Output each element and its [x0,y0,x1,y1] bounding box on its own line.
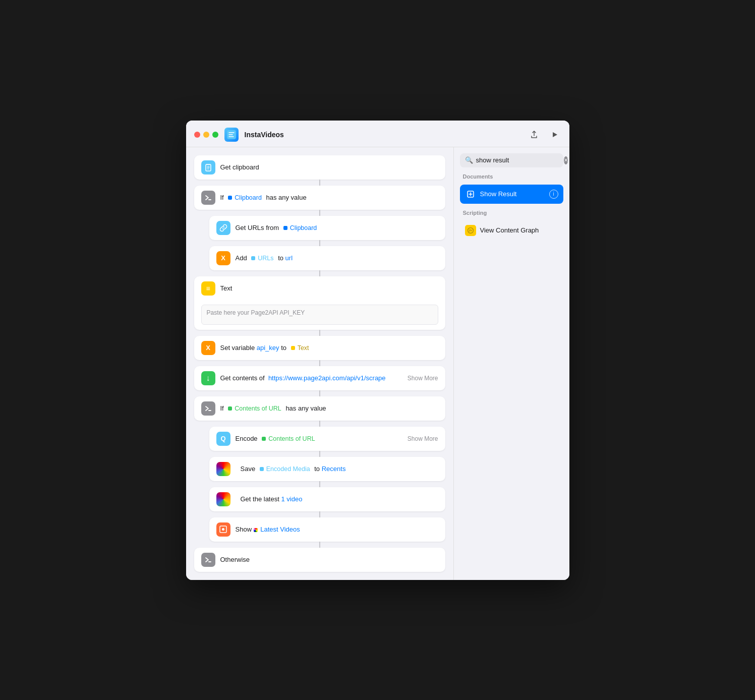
close-button[interactable] [194,132,200,138]
if-icon2 [201,401,215,416]
get-contents-text: Get contents of https://www.page2api.com… [220,374,386,382]
show-text: Show Latest Videos [236,526,300,533]
connector [319,270,320,276]
app-title: InstaVideos [245,131,521,139]
show-more-1[interactable]: Show More [408,375,438,382]
get-latest-text: Get the latest 1 video [241,495,303,503]
view-graph-icon [465,225,476,236]
show-more-2[interactable]: Show More [408,435,438,442]
maximize-button[interactable] [212,132,218,138]
connector [319,330,320,336]
connector [319,481,320,487]
block-get-contents: ↓ Get contents of https://www.page2api.c… [194,366,445,396]
action-get-contents[interactable]: ↓ Get contents of https://www.page2api.c… [194,366,445,390]
if-text: If Clipboard has any value [220,194,307,202]
documents-section-label: Documents [460,171,563,181]
action-get-urls[interactable]: Get URLs from Clipboard [209,216,445,240]
clear-search-button[interactable]: ✕ [564,156,568,164]
svg-point-3 [222,528,224,531]
clipboard-icon [201,160,215,174]
show-result-info-button[interactable]: i [549,190,558,199]
search-input[interactable] [476,156,561,164]
clipboard-tag2: Clipboard [281,224,320,232]
otherwise-text: Otherwise [220,556,250,563]
action-add-urls[interactable]: X Add URLs to url [209,246,445,270]
titlebar-actions [527,128,561,142]
encode-text: Encode Contents of URL [236,435,318,443]
text-block-content-area: Paste here your Page2API API_KEY [201,305,438,325]
save-text: Save Encoded Media to Recents [241,465,346,473]
right-panel: 🔍 ✕ Documents Show Result i Scripting [453,147,569,580]
result-show-result[interactable]: Show Result i [460,185,563,204]
titlebar: InstaVideos [186,121,569,147]
latest-videos-tag: Latest Videos [254,526,300,533]
action-save[interactable]: Save Encoded Media to Recents [209,457,445,481]
clipboard-tag: Clipboard [225,194,264,202]
link-icon [216,221,230,235]
set-variable-text: Set variable api_key to Text [220,344,312,352]
action-set-variable[interactable]: X Set variable api_key to Text [194,336,445,360]
block-otherwise: Otherwise [194,548,445,572]
get-clipboard-text: Get clipboard [220,163,259,171]
main-panel: Get clipboard If Clipboard has any value [186,147,453,580]
if-icon [201,191,215,205]
traffic-lights [194,132,218,138]
show-result-label: Show Result [480,190,545,198]
connector [319,210,320,216]
block-show: Show Latest Videos [194,517,445,548]
minimize-button[interactable] [203,132,209,138]
block-get-clipboard: Get clipboard [194,155,445,186]
action-get-clipboard[interactable]: Get clipboard [194,155,445,180]
share-button[interactable] [527,128,541,142]
connector [319,421,320,427]
connector [319,451,320,457]
view-graph-label: View Content Graph [480,226,558,234]
url-value: https://www.page2api.com/api/v1/scrape [268,374,386,382]
encoded-media-tag: Encoded Media [257,465,313,473]
connector [319,360,320,366]
show-icon [216,522,230,537]
show-result-icon [465,189,476,200]
connector [319,180,320,186]
content-area: Get clipboard If Clipboard has any value [186,147,569,580]
url-var: url [285,254,293,262]
text-icon: ≡ [201,281,215,296]
text-tag: Text [288,344,312,352]
connector [319,240,320,246]
play-button[interactable] [547,128,561,142]
scripting-section-label: Scripting [460,208,563,217]
encode-icon: Q [216,432,230,446]
action-text-block[interactable]: ≡ Text Paste here your Page2API API_KEY [194,276,445,330]
block-get-urls: Get URLs from Clipboard [194,216,445,246]
action-encode[interactable]: Q Encode Contents of URL Show More [209,427,445,451]
text-block-value: Paste here your Page2API API_KEY [207,309,305,316]
if-contents-text: If Contents of URL has any value [220,404,326,413]
add-icon: X [216,251,230,265]
connector [319,542,320,548]
block-add-urls: X Add URLs to url [194,246,445,276]
search-icon: 🔍 [465,156,473,164]
app-icon [224,128,239,142]
action-get-latest[interactable]: Get the latest 1 video [209,487,445,511]
action-otherwise[interactable]: Otherwise [194,548,445,572]
contents-url-tag2: Contents of URL [259,435,317,443]
app-window: InstaVideos [186,121,569,580]
get-urls-text: Get URLs from Clipboard [236,224,320,232]
photos-icon [216,462,230,476]
recents-tag: Recents [322,465,346,473]
block-if-contents: If Contents of URL has any value [194,396,445,427]
connector [319,390,320,396]
text-label: Text [220,284,233,292]
otherwise-icon [201,553,215,567]
block-save: Save Encoded Media to Recents [194,457,445,487]
action-show[interactable]: Show Latest Videos [209,517,445,542]
urls-tag: URLs [249,254,276,262]
action-if-contents[interactable]: If Contents of URL has any value [194,396,445,421]
api-key-var: api_key [257,344,279,352]
result-view-content-graph[interactable]: View Content Graph [460,221,563,240]
get-contents-icon: ↓ [201,371,215,385]
action-if-clipboard[interactable]: If Clipboard has any value [194,186,445,210]
photos-icon2 [216,492,230,506]
one-video-tag: 1 video [281,495,302,503]
connector [319,511,320,517]
